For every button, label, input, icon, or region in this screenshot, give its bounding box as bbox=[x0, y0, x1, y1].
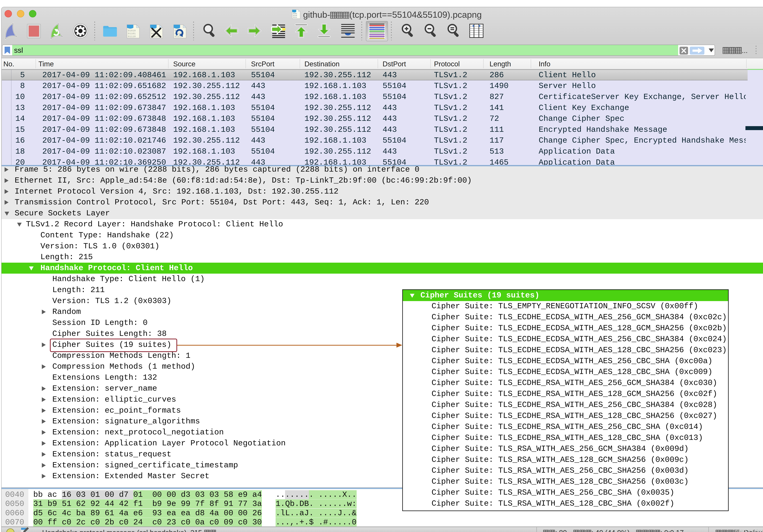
svg-text:0110: 0110 bbox=[293, 15, 297, 16]
svg-text:01010: 01010 bbox=[128, 29, 136, 32]
svg-text:0111: 0111 bbox=[293, 16, 297, 18]
svg-text:0101: 0101 bbox=[293, 13, 297, 15]
svg-text:01110: 01110 bbox=[128, 35, 136, 38]
svg-text:01101: 01101 bbox=[128, 32, 136, 35]
